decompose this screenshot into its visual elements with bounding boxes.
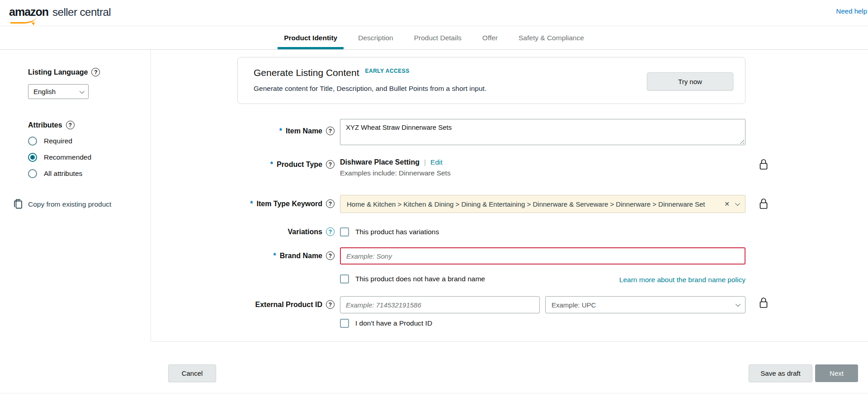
no-brand-checkbox-label: This product does not have a brand name bbox=[355, 275, 485, 283]
product-type-examples: Examples include: Dinnerware Sets bbox=[340, 169, 451, 177]
variations-label-row: Variations ? bbox=[151, 227, 335, 236]
variations-label: Variations bbox=[288, 228, 322, 236]
help-icon[interactable]: ? bbox=[326, 199, 335, 208]
lock-icon bbox=[759, 198, 769, 210]
no-product-id-checkbox-row: I don't have a Product ID bbox=[340, 319, 432, 328]
radio-recommended-label: Recommended bbox=[44, 153, 91, 161]
save-as-draft-button[interactable]: Save as draft bbox=[749, 364, 812, 382]
tab-safety-compliance[interactable]: Safety & Compliance bbox=[512, 26, 590, 49]
item-type-keyword-label-row: * Item Type Keyword ? bbox=[151, 199, 335, 208]
help-icon[interactable]: ? bbox=[326, 160, 335, 169]
chevron-down-icon bbox=[80, 88, 85, 93]
brand-name-label-row: * Brand Name ? bbox=[151, 251, 335, 260]
item-type-keyword-label: Item Type Keyword bbox=[256, 200, 322, 208]
radio-all-attributes-label: All attributes bbox=[44, 170, 82, 178]
sidebar: Listing Language ? English Attributes ? … bbox=[0, 50, 151, 341]
no-brand-checkbox-row: This product does not have a brand name bbox=[340, 274, 485, 284]
brand-name-policy-link[interactable]: Learn more about the brand name policy bbox=[619, 276, 745, 284]
item-type-keyword-value: Home & Kitchen > Kitchen & Dining > Dini… bbox=[347, 200, 719, 208]
chevron-down-icon[interactable] bbox=[735, 201, 740, 206]
copy-icon bbox=[14, 199, 23, 209]
external-product-id-type-select[interactable]: Example: UPC bbox=[545, 296, 745, 313]
help-icon[interactable]: ? bbox=[66, 121, 75, 129]
required-asterisk: * bbox=[274, 252, 276, 260]
brand-name-input[interactable] bbox=[340, 247, 745, 265]
attributes-label-row: Attributes ? bbox=[28, 121, 151, 129]
attribute-option-required[interactable]: Required bbox=[28, 137, 151, 146]
tab-product-identity[interactable]: Product Identity bbox=[278, 26, 344, 49]
seller-central-page: amazon seller central Need help Product … bbox=[0, 0, 868, 397]
no-product-id-checkbox-label: I don't have a Product ID bbox=[355, 319, 432, 327]
lock-icon bbox=[759, 297, 769, 309]
listing-language-value: English bbox=[33, 88, 56, 95]
try-now-button[interactable]: Try now bbox=[647, 72, 733, 90]
divider: | bbox=[424, 158, 426, 166]
copy-from-existing-product-link[interactable]: Copy from existing product bbox=[14, 199, 151, 209]
item-name-field-wrap: XYZ Wheat Straw Dinnerware Sets bbox=[340, 119, 745, 145]
radio-required[interactable] bbox=[28, 137, 37, 146]
brand-name-label: Brand Name bbox=[280, 252, 322, 260]
lock-icon bbox=[759, 158, 769, 170]
generate-listing-content-title: Generate Listing Content bbox=[254, 67, 359, 78]
required-asterisk: * bbox=[250, 200, 253, 208]
no-brand-checkbox[interactable] bbox=[340, 274, 349, 284]
edit-product-type-link[interactable]: Edit bbox=[430, 158, 443, 166]
variations-checkbox-row: This product has variations bbox=[340, 227, 439, 236]
listing-language-label: Listing Language bbox=[28, 68, 88, 76]
seller-central-logo-text: seller central bbox=[52, 6, 111, 19]
attributes-label: Attributes bbox=[28, 121, 62, 129]
external-product-id-label: External Product ID bbox=[255, 301, 322, 309]
amazon-seller-central-logo: amazon seller central bbox=[9, 5, 111, 19]
product-type-block: Dishware Place Setting | Edit Examples i… bbox=[340, 158, 451, 177]
external-product-id-input[interactable] bbox=[340, 296, 540, 313]
tab-product-details[interactable]: Product Details bbox=[408, 26, 468, 49]
help-icon[interactable]: ? bbox=[326, 251, 335, 260]
early-access-badge: EARLY ACCESS bbox=[365, 68, 409, 74]
chevron-down-icon bbox=[736, 302, 741, 307]
bottom-border-line bbox=[0, 393, 868, 393]
radio-required-label: Required bbox=[44, 137, 72, 145]
variations-checkbox[interactable] bbox=[340, 227, 349, 236]
help-icon[interactable]: ? bbox=[326, 227, 335, 236]
tab-offer[interactable]: Offer bbox=[476, 26, 504, 49]
attribute-option-recommended[interactable]: Recommended bbox=[28, 153, 151, 162]
required-asterisk: * bbox=[270, 161, 273, 169]
product-type-label: Product Type bbox=[277, 161, 322, 169]
required-asterisk: * bbox=[279, 127, 282, 135]
generate-listing-content-subtitle: Generate content for Title, Description,… bbox=[254, 85, 486, 93]
external-product-id-type-value: Example: UPC bbox=[552, 301, 596, 309]
help-icon[interactable]: ? bbox=[91, 68, 100, 76]
amazon-smile-icon bbox=[10, 17, 36, 24]
footer-divider bbox=[151, 341, 868, 342]
product-type-label-row: * Product Type ? bbox=[151, 160, 335, 169]
external-product-id-label-row: External Product ID ? bbox=[151, 300, 335, 309]
radio-all-attributes[interactable] bbox=[28, 169, 37, 178]
need-help-link[interactable]: Need help bbox=[836, 7, 867, 15]
item-name-input[interactable]: XYZ Wheat Straw Dinnerware Sets bbox=[340, 119, 745, 145]
cancel-button[interactable]: Cancel bbox=[168, 364, 216, 382]
item-type-keyword-field[interactable]: Home & Kitchen > Kitchen & Dining > Dini… bbox=[340, 195, 745, 213]
amazon-logo-text: amazon bbox=[9, 5, 48, 19]
listing-language-label-row: Listing Language ? bbox=[28, 68, 151, 76]
radio-recommended[interactable] bbox=[28, 153, 37, 162]
listing-language-select[interactable]: English bbox=[28, 84, 89, 99]
listing-tab-bar: Product Identity Description Product Det… bbox=[0, 26, 868, 50]
attribute-option-all[interactable]: All attributes bbox=[28, 169, 151, 178]
no-product-id-checkbox[interactable] bbox=[340, 319, 349, 328]
top-header: amazon seller central Need help bbox=[0, 0, 868, 26]
item-name-label-row: * Item Name ? bbox=[151, 127, 335, 135]
product-type-value: Dishware Place Setting bbox=[340, 158, 420, 166]
help-icon[interactable]: ? bbox=[326, 127, 335, 135]
next-button[interactable]: Next bbox=[815, 364, 858, 382]
tab-description[interactable]: Description bbox=[352, 26, 400, 49]
main-content: Generate Listing Content EARLY ACCESS Ge… bbox=[151, 50, 868, 397]
variations-checkbox-label: This product has variations bbox=[355, 228, 439, 236]
item-name-label: Item Name bbox=[286, 127, 322, 135]
clear-icon[interactable]: ✕ bbox=[724, 200, 730, 208]
generate-listing-content-card: Generate Listing Content EARLY ACCESS Ge… bbox=[237, 57, 745, 104]
help-icon[interactable]: ? bbox=[326, 300, 335, 309]
copy-from-existing-product-label: Copy from existing product bbox=[28, 200, 111, 208]
